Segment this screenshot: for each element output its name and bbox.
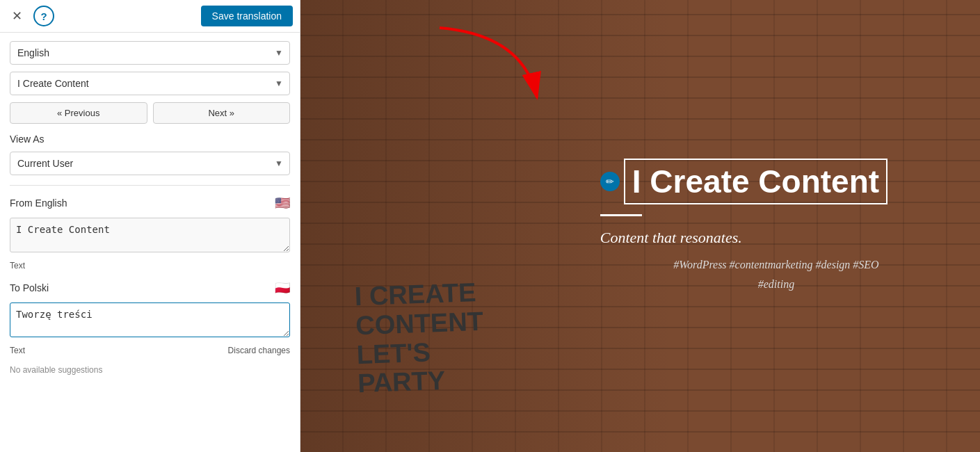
left-panel: ✕ ? Save translation English Polish Germ…	[0, 0, 300, 452]
tshirt-line2: CONTENT	[355, 307, 484, 340]
divider	[10, 185, 290, 186]
hashtags-line2: #editing	[600, 275, 952, 293]
view-as-label: View As	[10, 134, 290, 145]
tshirt-text: I CREATE CONTENT LET'S PARTY	[354, 278, 485, 398]
title-row: ✏ I Create Content	[600, 159, 952, 204]
preview-hashtags: #WordPress #contentmarketing #design #SE…	[600, 255, 952, 293]
edit-icon-circle[interactable]: ✏	[600, 172, 620, 191]
target-textarea[interactable]	[10, 302, 290, 337]
save-translation-button[interactable]: Save translation	[201, 6, 293, 26]
post-select-wrapper: I Create Content About Contact ▼	[10, 72, 290, 95]
preview-title: I Create Content	[632, 163, 879, 200]
nav-row: « Previous Next »	[10, 102, 290, 124]
tshirt-line4: PARTY	[358, 365, 486, 398]
preview-content: ✏ I Create Content Content that resonate…	[572, 0, 980, 452]
language-select-wrapper: English Polish German French ▼	[10, 41, 290, 65]
hashtags-line1: #WordPress #contentmarketing #design #SE…	[600, 255, 952, 274]
language-select[interactable]: English Polish German French	[10, 41, 290, 65]
next-button[interactable]: Next »	[153, 102, 291, 124]
panel-content: English Polish German French ▼ I Create …	[0, 33, 300, 452]
from-english-row: From English 🇺🇸	[10, 195, 290, 211]
target-type-label: Text	[10, 346, 25, 355]
post-select[interactable]: I Create Content About Contact	[10, 72, 290, 95]
no-suggestions-label: No available suggestions	[10, 365, 290, 375]
previous-button[interactable]: « Previous	[10, 102, 147, 124]
white-divider	[600, 214, 642, 216]
polish-flag: 🇵🇱	[275, 280, 290, 296]
to-polski-row: To Polski 🇵🇱	[10, 280, 290, 296]
discard-changes-button[interactable]: Discard changes	[228, 346, 290, 355]
view-as-select-wrapper: Current User Visitor Administrator ▼	[10, 152, 290, 175]
close-button[interactable]: ✕	[7, 6, 26, 26]
pencil-icon: ✏	[606, 176, 614, 187]
tshirt-line3: LET'S	[356, 336, 485, 369]
tshirt-line1: I CREATE	[354, 278, 483, 312]
preview-subtitle: Content that resonates.	[600, 229, 952, 247]
source-type-label: Text	[10, 261, 290, 271]
target-bottom-row: Text Discard changes	[10, 346, 290, 355]
to-polski-label: To Polski	[10, 282, 49, 293]
top-bar: ✕ ? Save translation	[0, 0, 300, 33]
source-textarea[interactable]	[10, 218, 290, 252]
view-as-select[interactable]: Current User Visitor Administrator	[10, 152, 290, 175]
help-button[interactable]: ?	[33, 6, 54, 26]
english-flag: 🇺🇸	[275, 195, 290, 211]
title-text-box: I Create Content	[624, 159, 887, 204]
right-panel: I CREATE CONTENT LET'S PARTY ✏ I Create …	[300, 0, 980, 452]
from-english-label: From English	[10, 197, 67, 209]
